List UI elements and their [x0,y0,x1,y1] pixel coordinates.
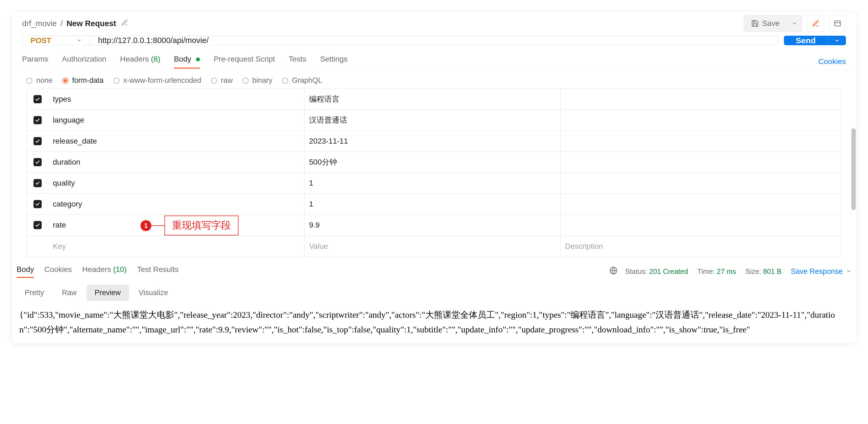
size-value: 801 B [763,267,781,276]
chevron-down-icon [76,36,82,45]
row-value-placeholder[interactable]: Value [304,236,560,257]
row-checkbox[interactable] [33,158,42,166]
bodytype-none[interactable]: none [26,76,53,85]
time-label: Time: [697,267,715,276]
row-key-input[interactable]: language [49,116,304,124]
row-key-input[interactable]: category [49,200,304,208]
row-desc-input[interactable] [560,89,841,110]
radio-icon [243,78,249,84]
viewmode-preview[interactable]: Preview [87,285,129,301]
annotation-text: 重现填写字段 [164,216,239,235]
radio-label: GraphQL [292,76,322,85]
radio-icon [114,78,120,84]
row-key-input[interactable]: quality [49,179,304,188]
breadcrumb-parent[interactable]: drf_movie [22,19,57,28]
url-input[interactable]: http://127.0.0.1:8000/api/movie/ [90,36,778,45]
svg-rect-0 [835,21,840,26]
row-key-input[interactable]: duration [49,158,304,167]
row-value-input[interactable]: 1 [304,194,560,215]
row-desc-placeholder[interactable]: Description [560,236,841,257]
row-checkbox[interactable] [33,95,42,103]
formdata-row: category 1 [27,194,841,215]
bodytype-xwww[interactable]: x-www-form-urlencoded [114,76,202,85]
row-value-input[interactable]: 500分钟 [304,152,560,172]
viewmode-pretty[interactable]: Pretty [17,285,52,301]
breadcrumb-current[interactable]: New Request [66,19,116,28]
row-checkbox[interactable] [33,179,42,187]
response-body-preview[interactable]: {"id":533,"movie_name":"大熊课堂大电影","releas… [11,301,857,344]
status-label: Status: [625,267,647,276]
save-button-group: Save [744,15,802,32]
viewmode-raw[interactable]: Raw [54,285,85,301]
viewmode-visualize[interactable]: Visualize [131,285,177,301]
save-button[interactable]: Save [744,15,786,32]
tab-tests[interactable]: Tests [289,55,306,68]
http-method-select[interactable]: POST [22,36,90,45]
row-checkbox[interactable] [33,200,42,208]
globe-icon[interactable] [609,266,618,277]
tab-headers[interactable]: Headers (8) [120,55,160,68]
tab-body[interactable]: Body [174,55,200,68]
row-checkbox-cell [27,179,49,187]
check-icon [35,222,40,228]
edit-icon[interactable] [121,19,128,28]
tab-headers-count: (8) [151,55,160,63]
check-icon [35,96,40,102]
bodytype-binary[interactable]: binary [243,76,273,85]
row-desc-input[interactable] [560,173,841,194]
radio-label: form-data [72,76,104,85]
formdata-row: types 编程语言 [27,89,841,110]
sidebar-toggle-button[interactable] [829,15,846,32]
row-value-input[interactable]: 9.9 [304,215,560,235]
row-checkbox-cell [27,200,49,208]
check-icon [35,180,40,186]
row-value-input[interactable]: 编程语言 [304,89,560,110]
cookies-link[interactable]: Cookies [818,57,846,66]
resp-tab-body[interactable]: Body [17,265,34,278]
resp-tab-testresults[interactable]: Test Results [137,265,179,278]
radio-icon [26,78,32,84]
annotation-line [151,225,164,226]
row-desc-input[interactable] [560,152,841,172]
tab-settings[interactable]: Settings [320,55,347,68]
row-key-placeholder[interactable]: Key [49,242,304,251]
resp-tab-headers-label: Headers [82,265,111,274]
row-desc-input[interactable] [560,110,841,131]
row-key-input[interactable]: release_date [49,137,304,145]
row-checkbox[interactable] [33,116,42,124]
size-label: Size: [745,267,761,276]
row-checkbox-cell [27,137,49,145]
edit-action-button[interactable] [807,15,824,32]
row-key-input[interactable]: types [49,95,304,104]
save-response-link[interactable]: Save Response [791,267,851,276]
row-value-input[interactable]: 汉语普通话 [304,110,560,131]
radio-label: x-www-form-urlencoded [123,76,202,85]
row-value-input[interactable]: 1 [304,173,560,194]
send-button[interactable]: Send [784,36,828,45]
bodytype-raw[interactable]: raw [211,76,233,85]
bodytype-formdata[interactable]: form-data [62,76,104,85]
time-value: 27 ms [717,267,736,276]
resp-tab-headers[interactable]: Headers (10) [82,265,127,278]
row-desc-input[interactable] [560,215,841,235]
chevron-down-icon [834,37,840,44]
resp-tab-headers-count: (10) [113,265,127,274]
scrollbar-thumb[interactable] [851,128,856,210]
tab-params[interactable]: Params [22,55,48,68]
send-dropdown[interactable] [828,36,846,45]
bodytype-graphql[interactable]: GraphQL [282,76,322,85]
row-checkbox[interactable] [33,137,42,145]
response-time: Time: 27 ms [697,267,736,276]
resp-tab-cookies[interactable]: Cookies [44,265,72,278]
row-checkbox[interactable] [33,221,42,229]
row-desc-input[interactable] [560,194,841,215]
radio-icon [211,78,217,84]
formdata-row: quality 1 [27,173,841,194]
row-desc-input[interactable] [560,131,841,151]
radio-icon [282,78,288,84]
chevron-down-icon [792,21,797,26]
tab-prerequest[interactable]: Pre-request Script [213,55,275,68]
row-value-input[interactable]: 2023-11-11 [304,131,560,151]
tab-authorization[interactable]: Authorization [62,55,106,68]
save-dropdown[interactable] [786,15,802,32]
